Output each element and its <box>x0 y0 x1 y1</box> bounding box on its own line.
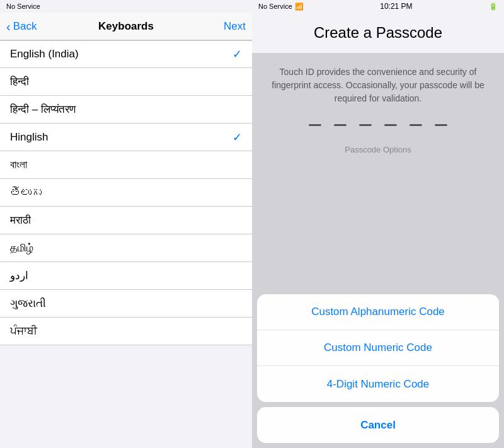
action-sheet-cancel-group: Cancel <box>257 407 499 443</box>
keyboard-item-label: اردو <box>10 269 28 282</box>
passcode-dash-6 <box>435 124 447 126</box>
passcode-dash-2 <box>334 124 346 126</box>
custom-numeric-code-label: Custom Numeric Code <box>324 342 432 354</box>
passcode-dash-3 <box>359 124 372 126</box>
battery-icon: 🔋 <box>489 3 498 11</box>
keyboard-item[interactable]: தமிழ் <box>0 234 252 262</box>
custom-alphanumeric-code-label: Custom Alphanumeric Code <box>311 306 445 318</box>
passcode-dash-4 <box>384 124 397 126</box>
left-status-bar: No Service <box>0 0 252 13</box>
left-nav-bar: ‹ Back Keyboards Next <box>0 13 252 40</box>
keyboard-list: English (India)✓हिन्दीहिन्दी – लिप्यंतरण… <box>0 40 252 345</box>
back-button[interactable]: ‹ Back <box>6 20 37 33</box>
four-digit-numeric-code-label: 4-Digit Numeric Code <box>327 378 430 391</box>
action-sheet-options-group: Custom Alphanumeric Code Custom Numeric … <box>257 294 499 402</box>
keyboard-item[interactable]: ગુજરાતી <box>0 290 252 318</box>
checkmark-icon: ✓ <box>232 130 242 144</box>
right-clock: 10:21 PM <box>380 2 412 11</box>
cancel-button[interactable]: Cancel <box>257 407 499 443</box>
keyboard-item-label: తెలుగు <box>10 187 42 199</box>
keyboard-item[interactable]: ਪੰਜਾਬੀ <box>0 318 252 345</box>
keyboard-item-label: Hinglish <box>10 131 48 144</box>
keyboard-item[interactable]: English (India)✓ <box>0 40 252 68</box>
passcode-title: Create a Passcode <box>314 24 442 42</box>
keyboard-item[interactable]: हिन्दी <box>0 68 252 96</box>
next-button[interactable]: Next <box>224 20 246 33</box>
passcode-options-label: Passcode Options <box>345 145 411 154</box>
keyboard-item-label: தமிழ் <box>10 242 33 255</box>
right-panel: No Service 📶 10:21 PM 🔋 Create a Passcod… <box>252 0 504 448</box>
right-nav-bar: Create a Passcode <box>252 13 504 53</box>
back-label: Back <box>13 20 37 33</box>
checkmark-icon: ✓ <box>232 47 242 61</box>
passcode-dash-5 <box>410 124 422 126</box>
right-status-text: No Service <box>258 3 292 11</box>
keyboards-list-container: English (India)✓हिन्दीहिन्दी – लिप्यंतरण… <box>0 40 252 448</box>
keyboard-item-label: मराठी <box>10 214 31 227</box>
keyboard-item-label: English (India) <box>10 48 79 60</box>
action-sheet: Custom Alphanumeric Code Custom Numeric … <box>252 289 504 448</box>
keyboard-item-label: हिन्दी <box>10 76 29 88</box>
keyboard-item-label: ਪੰਜਾਬੀ <box>10 325 37 338</box>
keyboard-item[interactable]: मराठी <box>0 207 252 234</box>
right-status-left: No Service 📶 <box>258 3 304 11</box>
passcode-dots <box>309 124 447 126</box>
keyboard-item[interactable]: Hinglish✓ <box>0 123 252 151</box>
keyboards-title: Keyboards <box>98 20 154 33</box>
keyboard-item-label: বাংলা <box>10 159 27 171</box>
four-digit-numeric-code-option[interactable]: 4-Digit Numeric Code <box>257 366 499 402</box>
custom-alphanumeric-code-option[interactable]: Custom Alphanumeric Code <box>257 294 499 330</box>
right-status-bar: No Service 📶 10:21 PM 🔋 <box>252 0 504 13</box>
cancel-label: Cancel <box>360 419 396 432</box>
keyboard-item[interactable]: తెలుగు <box>0 179 252 207</box>
wifi-icon: 📶 <box>295 3 304 11</box>
keyboard-item-label: ગુજરાતી <box>10 297 46 310</box>
keyboard-item[interactable]: اردو <box>0 262 252 290</box>
left-status-text: No Service <box>6 3 40 10</box>
passcode-dash-1 <box>309 124 321 126</box>
custom-numeric-code-option[interactable]: Custom Numeric Code <box>257 330 499 366</box>
left-panel: No Service ‹ Back Keyboards Next English… <box>0 0 252 448</box>
right-status-right: 🔋 <box>489 3 498 11</box>
keyboard-item[interactable]: हिन्दी – लिप्यंतरण <box>0 96 252 123</box>
back-chevron-icon: ‹ <box>6 20 11 33</box>
keyboard-item[interactable]: বাংলা <box>0 151 252 179</box>
passcode-description: Touch ID provides the convenience and se… <box>271 66 485 105</box>
keyboard-item-label: हिन्दी – लिप्यंतरण <box>10 103 76 116</box>
